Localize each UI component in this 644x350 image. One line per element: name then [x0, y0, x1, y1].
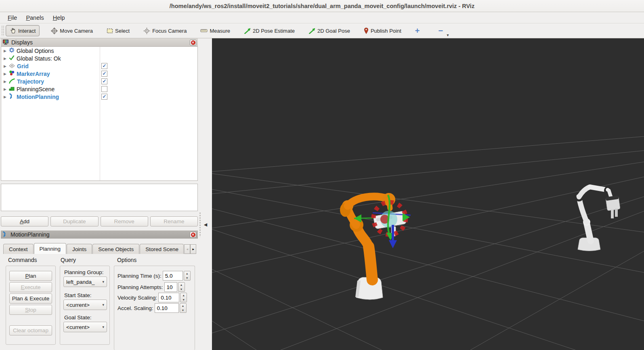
expander-icon[interactable]: ▶ — [4, 64, 7, 68]
planning-attempts-stepper[interactable]: ▲▼ — [178, 282, 185, 292]
close-icon: ✕ — [191, 40, 195, 45]
planning-scene-checkbox[interactable] — [101, 86, 107, 92]
move-camera-tool-button[interactable]: Move Camera — [47, 25, 97, 37]
motion-planning-panel-header[interactable]: MotionPlanning ✕ — [1, 231, 198, 239]
motion-planning-panel-title: MotionPlanning — [10, 231, 50, 238]
tab-context[interactable]: Context — [3, 244, 34, 254]
trajectory-checkbox[interactable]: ✓ — [101, 78, 107, 84]
panel-splitter[interactable] — [199, 212, 201, 237]
focus-camera-tool-button[interactable]: Focus Camera — [139, 25, 191, 37]
status-check-icon — [9, 55, 15, 62]
gear-icon — [9, 47, 15, 54]
remove-display-button[interactable]: Remove — [101, 216, 148, 226]
expander-icon[interactable]: ▶ — [4, 57, 7, 61]
spin-up-icon[interactable]: ▲ — [180, 304, 186, 308]
velocity-scaling-input[interactable]: 0.10 — [158, 293, 179, 302]
menu-panels[interactable]: Panels — [22, 13, 47, 22]
pose-estimate-tool-button[interactable]: 2D Pose Estimate — [240, 25, 299, 36]
pose-estimate-tool-label: 2D Pose Estimate — [253, 28, 295, 34]
velocity-scaling-label: Velocity Scaling: — [117, 295, 157, 301]
motion-planning-checkbox[interactable]: ✓ — [101, 94, 107, 100]
publish-point-tool-button[interactable]: Publish Point — [360, 25, 405, 36]
menu-help[interactable]: Help — [49, 13, 69, 22]
goal-state-dropdown[interactable]: <current> ▾ — [63, 322, 107, 332]
velocity-scaling-stepper[interactable]: ▲▼ — [180, 293, 187, 302]
tab-joints[interactable]: Joints — [67, 244, 92, 254]
accel-scaling-input[interactable]: 0.10 — [155, 303, 179, 313]
add-display-button[interactable]: Add — [1, 216, 48, 226]
displays-panel-title: Displays — [11, 39, 33, 46]
expander-icon[interactable]: ▶ — [4, 49, 7, 53]
window-titlebar[interactable]: /home/andy/ws_ros2/install/moveit2_tutor… — [0, 0, 644, 12]
stop-button[interactable]: Stop — [9, 305, 52, 315]
clear-octomap-button[interactable]: Clear octomap — [9, 325, 52, 335]
expander-icon[interactable]: ▶ — [4, 72, 7, 76]
add-tool-button[interactable]: + — [411, 26, 424, 36]
grid-icon — [9, 63, 15, 70]
splitter-collapse-arrow[interactable]: ◀ — [202, 221, 209, 228]
tab-planning[interactable]: Planning — [34, 243, 67, 254]
planning-time-row: Planning Time (s): 5.0 ▲▼ — [117, 270, 191, 281]
plan-button[interactable]: Plan — [9, 271, 52, 281]
menu-file[interactable]: File — [4, 13, 21, 22]
remove-tool-button[interactable]: − ▾ — [434, 26, 447, 36]
display-row-planning-scene[interactable]: ▶ PlanningScene — [1, 85, 197, 93]
measure-tool-button[interactable]: Measure — [196, 25, 234, 36]
displays-close-button[interactable]: ✕ — [190, 40, 196, 46]
spin-down-icon[interactable]: ▼ — [180, 308, 186, 312]
move-arrows-icon — [51, 27, 58, 34]
accel-scaling-stepper[interactable]: ▲▼ — [180, 303, 187, 313]
goal-state-value: <current> — [66, 324, 90, 330]
measure-tool-label: Measure — [210, 28, 230, 34]
display-row-marker-array[interactable]: ▶ MarkerArray ✓ — [1, 70, 197, 78]
goal-pose-tool-button[interactable]: 2D Goal Pose — [304, 25, 354, 36]
marker-array-checkbox[interactable]: ✓ — [101, 71, 107, 77]
display-row-label: Grid — [17, 63, 29, 69]
plan-and-execute-button[interactable]: Plan & Execute — [9, 293, 52, 304]
displays-tree: ▶ Global Options ▶ Global Status: Ok ▶ G… — [1, 46, 198, 181]
spin-down-icon[interactable]: ▼ — [180, 298, 187, 302]
3d-viewport[interactable] — [212, 38, 644, 350]
toolbar-drag-handle[interactable] — [1, 25, 4, 36]
query-group-box: Planning Group: left_panda_ ▾ Start Stat… — [60, 266, 110, 345]
planning-time-stepper[interactable]: ▲▼ — [184, 271, 191, 281]
tab-stored-scenes[interactable]: Stored Scene — [140, 244, 184, 254]
planning-scene-icon — [9, 86, 15, 93]
spin-down-icon[interactable]: ▼ — [178, 287, 185, 291]
display-row-global-status[interactable]: ▶ Global Status: Ok — [1, 54, 197, 62]
duplicate-display-button[interactable]: Duplicate — [50, 216, 98, 226]
spin-down-icon[interactable]: ▼ — [184, 276, 190, 280]
tab-scroll-left-button[interactable]: ◂ — [184, 244, 190, 254]
display-row-motion-planning[interactable]: ▶ MotionPlanning ✓ — [1, 93, 197, 101]
expander-icon[interactable]: ▶ — [4, 95, 7, 99]
tab-scene-objects[interactable]: Scene Objects — [92, 244, 139, 254]
planning-tab-content: Commands Query Options Plan Execute Plan… — [1, 254, 204, 350]
green-arrow-icon — [244, 28, 251, 34]
display-row-label: Trajectory — [17, 78, 44, 85]
spin-up-icon[interactable]: ▲ — [180, 293, 187, 298]
display-row-label: PlanningScene — [17, 86, 55, 92]
expander-icon[interactable]: ▶ — [4, 87, 7, 91]
start-state-dropdown[interactable]: <current> ▾ — [63, 300, 107, 310]
display-row-global-options[interactable]: ▶ Global Options — [1, 47, 197, 54]
select-tool-button[interactable]: Select — [103, 25, 134, 36]
displays-panel-header[interactable]: Displays ✕ — [1, 38, 198, 46]
planning-time-input[interactable]: 5.0 — [163, 271, 183, 281]
interact-tool-button[interactable]: Interact — [6, 25, 40, 36]
motion-planning-close-button[interactable]: ✕ — [190, 232, 196, 238]
spin-up-icon[interactable]: ▲ — [178, 283, 185, 287]
expander-icon[interactable]: ▶ — [4, 80, 7, 84]
marker-array-icon — [9, 70, 15, 78]
planning-group-dropdown[interactable]: left_panda_ ▾ — [63, 277, 107, 287]
rename-display-button[interactable]: Rename — [150, 216, 198, 226]
planning-attempts-input[interactable]: 10 — [164, 282, 177, 292]
execute-button[interactable]: Execute — [9, 282, 52, 292]
display-row-trajectory[interactable]: ▶ Trajectory ✓ — [1, 78, 197, 85]
interact-tool-label: Interact — [18, 28, 36, 34]
display-row-label: Global Status: Ok — [17, 55, 61, 62]
tab-scroll-right-button[interactable]: ▸ — [190, 244, 196, 254]
display-row-grid[interactable]: ▶ Grid ✓ — [1, 62, 197, 70]
grid-checkbox[interactable]: ✓ — [101, 63, 107, 69]
spin-up-icon[interactable]: ▲ — [184, 271, 190, 276]
display-description-box — [1, 184, 198, 211]
